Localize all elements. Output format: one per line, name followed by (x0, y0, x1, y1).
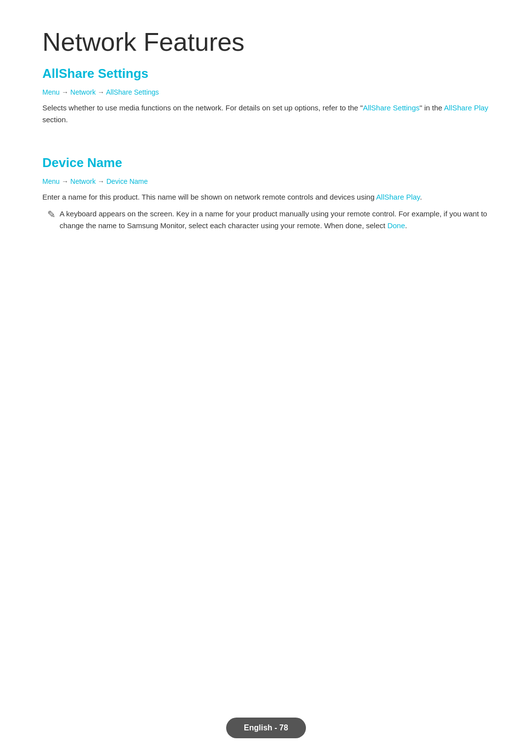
note-icon: ✎ (47, 208, 56, 220)
device-name-heading: Device Name (42, 155, 490, 171)
breadcrumb-network-link[interactable]: Network (70, 88, 96, 96)
note-text-start: A keyboard appears on the screen. Key in… (60, 209, 487, 230)
breadcrumb-page-link[interactable]: AllShare Settings (106, 88, 159, 96)
device-name-breadcrumb: Menu → Network → Device Name (42, 177, 490, 185)
breadcrumb-network-link-2[interactable]: Network (70, 177, 96, 185)
device-name-note: ✎ A keyboard appears on the screen. Key … (42, 208, 490, 232)
done-link[interactable]: Done (387, 221, 405, 230)
breadcrumb-arrow2-2: → (96, 177, 106, 185)
device-name-section: Device Name Menu → Network → Device Name… (42, 155, 490, 232)
note-text-content: A keyboard appears on the screen. Key in… (60, 208, 490, 232)
device-name-body-text: Enter a name for this product. This name… (42, 191, 490, 203)
breadcrumb-menu-link[interactable]: Menu (42, 88, 60, 96)
breadcrumb-arrow1: → (60, 88, 70, 96)
allshare-settings-link1[interactable]: AllShare Settings (363, 103, 420, 112)
allshare-body-end: section. (42, 115, 68, 124)
allshare-play-link-2[interactable]: AllShare Play (376, 193, 420, 201)
breadcrumb-arrow1-2: → (60, 177, 70, 185)
allshare-settings-heading: AllShare Settings (42, 66, 490, 81)
allshare-settings-section: AllShare Settings Menu → Network → AllSh… (42, 66, 490, 126)
page-content: Network Features AllShare Settings Menu … (0, 0, 532, 291)
allshare-play-link[interactable]: AllShare Play (444, 103, 488, 112)
footer-badge: English - 78 (226, 718, 306, 738)
allshare-body-start: Selects whether to use media functions o… (42, 103, 363, 112)
breadcrumb-menu-link-2[interactable]: Menu (42, 177, 60, 185)
device-name-body-start: Enter a name for this product. This name… (42, 193, 376, 201)
note-text-end: . (405, 221, 407, 230)
breadcrumb-page-link-2[interactable]: Device Name (106, 177, 148, 185)
allshare-breadcrumb: Menu → Network → AllShare Settings (42, 88, 490, 96)
device-name-body-end: . (420, 193, 422, 201)
breadcrumb-arrow2: → (96, 88, 106, 96)
allshare-body-mid: " in the (420, 103, 444, 112)
allshare-body-text: Selects whether to use media functions o… (42, 102, 490, 126)
page-title: Network Features (42, 28, 490, 57)
